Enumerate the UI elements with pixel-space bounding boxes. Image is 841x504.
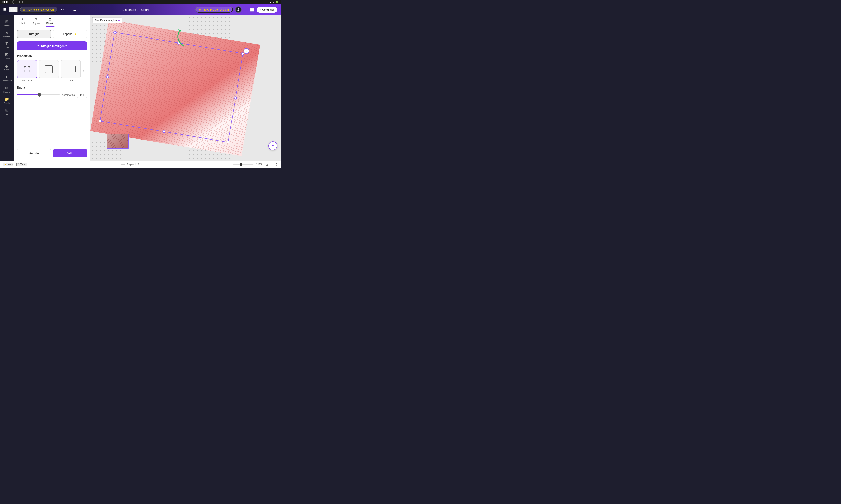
sidebar-item-label: Brand	[4, 69, 9, 71]
pro-crown-icon: ♛	[199, 8, 201, 11]
modifica-immagine-button[interactable]: Modifica immagine	[92, 17, 122, 23]
regola-tab-icon: ⚙	[34, 17, 37, 21]
user-avatar[interactable]: Z	[235, 6, 242, 13]
status-icon	[19, 1, 22, 3]
rect-icon	[66, 66, 76, 72]
redo-button[interactable]: ↪	[66, 7, 71, 13]
cancel-button[interactable]: Annulla	[17, 149, 51, 158]
share-button[interactable]: ↑ Condividi	[257, 7, 277, 13]
sidebar-item-galleria[interactable]: 🖼 Galleria	[1, 51, 13, 61]
regola-tab-label: Regola	[32, 22, 39, 24]
handle-mr[interactable]	[234, 96, 237, 100]
note-button[interactable]: 📝 Note	[3, 163, 13, 166]
sidebar-item-modelli[interactable]: ⊞ Modelli	[1, 18, 13, 28]
panel-tabs: ✦ Effetti ⚙ Regola ⊡ Ritaglia	[14, 15, 90, 27]
handle-ml[interactable]	[106, 75, 109, 78]
main-layout: ⊞ Modelli ◈ Elementi T Testo 🖼 Galleria …	[0, 15, 280, 161]
share-icon: ↑	[260, 8, 261, 11]
handle-tm[interactable]	[177, 41, 180, 45]
zoom-value: 149%	[256, 163, 263, 166]
selection-box: ↻	[100, 32, 243, 142]
sidebar-item-caricamenti[interactable]: ⬆ Caricamenti	[1, 73, 13, 84]
tab-regola[interactable]: ⚙ Regola	[29, 15, 43, 26]
expand-button[interactable]: Espandi ★	[53, 30, 87, 38]
bottom-left: 📝 Note ⏱ Timer	[3, 163, 27, 166]
done-button[interactable]: Fatto	[53, 149, 87, 158]
magic-button[interactable]: ✦	[269, 141, 277, 150]
ritaglia-tab-icon: ⊡	[49, 17, 51, 21]
thumbnail-preview	[106, 134, 129, 148]
sidebar-item-brand[interactable]: ◉ Brand	[1, 62, 13, 72]
file-button[interactable]: File	[9, 7, 18, 13]
ritaglia-tab-label: Ritaglia	[46, 22, 54, 24]
pro-button[interactable]: ♛ Prova Pro per 14 giorni	[195, 7, 233, 13]
sidebar-item-label: Caricamenti	[2, 80, 12, 82]
prop-1x1[interactable]: 1:1	[39, 60, 59, 82]
expand-star-icon: ★	[74, 33, 77, 36]
share-label: Condividi	[262, 8, 274, 11]
testo-icon: T	[5, 41, 8, 46]
resize-label: Ridimensiona e converti	[27, 8, 55, 11]
sidebar-item-testo[interactable]: T Testo	[1, 40, 13, 50]
rotate-slider[interactable]	[17, 94, 60, 95]
battery-icon: 🔋	[276, 1, 278, 3]
auto-label: Automatico	[62, 93, 75, 96]
crop-expand-row: Ritaglia Espandi ★	[17, 30, 87, 38]
handle-bl[interactable]	[99, 119, 102, 122]
pro-label: Prova Pro per 14 giorni	[202, 8, 229, 11]
topbar-left: ☰ File ♛ Ridimensiona e converti ↩ ↪ ☁	[3, 7, 76, 13]
help-button[interactable]: ?	[276, 163, 277, 166]
handle-br[interactable]	[226, 140, 230, 144]
zoom-slider[interactable]	[233, 164, 254, 165]
panel: ✦ Effetti ⚙ Regola ⊡ Ritaglia Ritaglia E…	[14, 15, 90, 161]
prop-16x9-box	[61, 60, 81, 78]
tab-effetti[interactable]: ✦ Effetti	[16, 15, 29, 26]
rotate-title: Ruota	[17, 86, 87, 89]
galleria-icon: 🖼	[5, 53, 9, 57]
proportions-row: Forma libera 1:1 16:9 ›	[17, 60, 87, 82]
handle-tl[interactable]	[113, 31, 117, 34]
brand-icon: ◉	[5, 64, 8, 68]
prop-1x1-box	[39, 60, 59, 78]
topbar-center: Disegnare un albero	[79, 8, 193, 12]
page-collapse-handle[interactable]	[121, 164, 125, 165]
fullscreen-button[interactable]: ⛶	[271, 163, 273, 166]
app-icon: ⊞	[5, 108, 8, 112]
tab-ritaglia[interactable]: ⊡ Ritaglia	[43, 15, 57, 26]
doc-title: Disegnare un albero	[122, 8, 150, 12]
plus-button[interactable]: ＋	[244, 7, 247, 12]
prop-16x9[interactable]: 16:9	[61, 60, 81, 82]
page-info: Pagina 1 / 1	[126, 163, 139, 166]
status-icons: ▲ ▼ 🔋	[269, 1, 278, 3]
sidebar-item-disegno[interactable]: ✏ Disegno	[1, 84, 13, 94]
menu-icon[interactable]: ☰	[3, 7, 6, 12]
resize-button[interactable]: ♛ Ridimensiona e converti	[20, 7, 57, 13]
rotate-handle[interactable]: ↻	[243, 48, 250, 54]
sidebar-item-app[interactable]: ⊞ App	[1, 106, 13, 117]
crop-button[interactable]: Ritaglia	[17, 30, 51, 38]
grid-button[interactable]: ⊞	[265, 163, 268, 166]
effetti-tab-icon: ✦	[21, 17, 24, 21]
bottom-right: 149% ⊞ ⛶ ?	[233, 163, 277, 166]
wifi-icon: ▼	[273, 1, 274, 3]
smart-icon: ✦	[37, 44, 39, 48]
undo-redo-group: ↩ ↪	[60, 7, 71, 13]
prop-arrow-icon[interactable]: ›	[82, 68, 85, 74]
handle-bm[interactable]	[162, 130, 166, 133]
timer-label: Timer	[20, 163, 26, 166]
panel-bottom: Annulla Fatto	[14, 146, 90, 161]
sidebar-item-label: Galleria	[4, 58, 10, 60]
topbar-right: ♛ Prova Pro per 14 giorni Z ＋ 📊 ↑ Condiv…	[195, 6, 277, 13]
sidebar-item-elementi[interactable]: ◈ Elementi	[1, 29, 13, 39]
chart-button[interactable]: 📊	[250, 8, 254, 12]
undo-button[interactable]: ↩	[60, 7, 65, 13]
smart-crop-button[interactable]: ✦ Ritaglio intelligente	[17, 41, 87, 50]
sidebar-item-progetti[interactable]: 📁 Progetti	[1, 95, 13, 106]
prop-1x1-label: 1:1	[47, 79, 50, 82]
expand-label: Espandi	[63, 33, 73, 36]
elementi-icon: ◈	[5, 31, 8, 35]
cloud-button[interactable]: ☁	[73, 8, 76, 12]
timer-button[interactable]: ⏱ Timer	[16, 163, 27, 166]
prop-free[interactable]: Forma libera	[17, 60, 37, 82]
modifica-dot-icon	[118, 20, 120, 21]
